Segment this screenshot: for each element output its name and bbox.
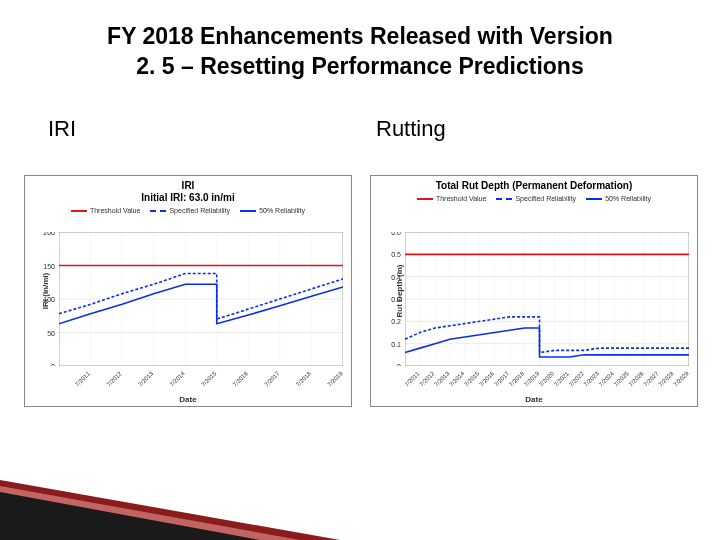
svg-text:7/2021: 7/2021 xyxy=(553,370,571,388)
svg-text:150: 150 xyxy=(43,263,55,270)
svg-text:7/2027: 7/2027 xyxy=(643,370,661,388)
chart-rut-xlabel: Date xyxy=(371,395,697,404)
svg-text:7/2019: 7/2019 xyxy=(523,370,541,388)
chart-rut-legend: Threshold Value Specified Reliability 50… xyxy=(371,192,697,205)
subheading-rutting: Rutting xyxy=(376,116,446,142)
svg-text:7/2016: 7/2016 xyxy=(478,370,496,388)
svg-text:7/2011: 7/2011 xyxy=(74,370,92,388)
svg-text:0.6: 0.6 xyxy=(391,232,401,236)
svg-text:7/2010: 7/2010 xyxy=(59,370,60,388)
svg-text:50: 50 xyxy=(47,330,55,337)
svg-text:7/2026: 7/2026 xyxy=(628,370,646,388)
svg-text:7/2029: 7/2029 xyxy=(672,370,689,388)
svg-text:7/2017: 7/2017 xyxy=(493,370,511,388)
svg-text:7/2017: 7/2017 xyxy=(263,370,281,388)
chart-iri-title: IRI Initial IRI: 63.0 in/mi xyxy=(25,176,351,204)
svg-text:7/2028: 7/2028 xyxy=(658,370,676,388)
svg-text:7/2014: 7/2014 xyxy=(448,370,466,388)
svg-text:0.4: 0.4 xyxy=(391,274,401,281)
subheading-iri: IRI xyxy=(48,116,76,142)
chart-iri: IRI Initial IRI: 63.0 in/mi Threshold Va… xyxy=(24,175,352,407)
svg-text:0: 0 xyxy=(397,363,401,366)
title-line-1: FY 2018 Enhancements Released with Versi… xyxy=(107,23,613,49)
svg-text:7/2014: 7/2014 xyxy=(169,370,187,388)
svg-text:100: 100 xyxy=(43,296,55,303)
footer-wedge-black xyxy=(0,492,260,540)
svg-text:200: 200 xyxy=(43,232,55,236)
svg-text:0.3: 0.3 xyxy=(391,296,401,303)
svg-text:7/2015: 7/2015 xyxy=(200,370,218,388)
svg-text:0.5: 0.5 xyxy=(391,251,401,258)
page-title: FY 2018 Enhancements Released with Versi… xyxy=(0,22,720,82)
chart-iri-plot xyxy=(59,232,343,366)
svg-text:7/2013: 7/2013 xyxy=(137,370,155,388)
svg-text:7/2015: 7/2015 xyxy=(463,370,481,388)
chart-rut: Total Rut Depth (Permanent Deformation) … xyxy=(370,175,698,407)
chart-iri-legend: Threshold Value Specified Reliability 50… xyxy=(25,204,351,217)
chart-rut-title: Total Rut Depth (Permanent Deformation) xyxy=(371,176,697,192)
svg-text:7/2019: 7/2019 xyxy=(326,370,343,388)
svg-text:7/2024: 7/2024 xyxy=(598,370,616,388)
svg-text:7/2012: 7/2012 xyxy=(106,370,124,388)
svg-text:7/2023: 7/2023 xyxy=(583,370,601,388)
svg-text:7/2022: 7/2022 xyxy=(568,370,586,388)
chart-iri-xlabel: Date xyxy=(25,395,351,404)
chart-rut-plot xyxy=(405,232,689,366)
svg-text:0.1: 0.1 xyxy=(391,341,401,348)
svg-text:7/2018: 7/2018 xyxy=(508,370,526,388)
svg-text:0.2: 0.2 xyxy=(391,318,401,325)
svg-text:7/2018: 7/2018 xyxy=(295,370,313,388)
slide: FY 2018 Enhancements Released with Versi… xyxy=(0,0,720,540)
title-line-2: 2. 5 – Resetting Performance Predictions xyxy=(136,53,583,79)
svg-text:7/2016: 7/2016 xyxy=(232,370,250,388)
svg-text:7/2012: 7/2012 xyxy=(418,370,436,388)
svg-text:7/2020: 7/2020 xyxy=(538,370,556,388)
svg-text:0: 0 xyxy=(51,363,55,366)
svg-text:7/2025: 7/2025 xyxy=(613,370,631,388)
svg-text:7/2013: 7/2013 xyxy=(433,370,451,388)
